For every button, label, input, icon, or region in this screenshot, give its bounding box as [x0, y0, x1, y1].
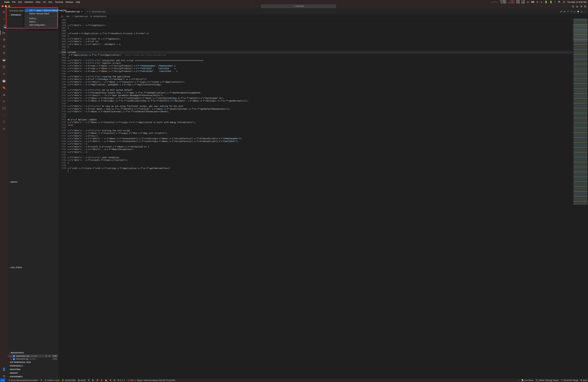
config-option-node[interactable]: Node.js...: [25, 17, 58, 20]
battery1-icon[interactable]: 🔋: [545, 1, 547, 3]
window-minimize-button[interactable]: [5, 5, 7, 7]
debug-config[interactable]: 🐞C/C++: clang++ build and debug FreeCAD …: [127, 379, 175, 381]
app-name[interactable]: Code: [4, 1, 10, 3]
breakpoint-checkbox[interactable]: [13, 358, 15, 360]
remote-indicator[interactable]: ⟷: [0, 378, 5, 382]
record-icon[interactable]: ⊙: [541, 1, 543, 3]
esp-action-2[interactable]: 🗑: [92, 379, 94, 381]
section-breakpoints[interactable]: ⌄BREAKPOINTS: [8, 351, 59, 355]
live-status[interactable]: ⊘Unable to scan: [44, 379, 60, 381]
esp-target[interactable]: ▤esp32: [78, 379, 85, 381]
minimap[interactable]: [573, 18, 588, 378]
config-option-selected[interactable]: C/C++: clang++ build and debug FreeCAD: [25, 9, 58, 12]
menu-help[interactable]: Help: [76, 1, 80, 3]
esp-action-1[interactable]: ⚙: [88, 379, 90, 381]
window-zoom-button[interactable]: [8, 5, 10, 7]
gitlab-icon[interactable]: ⬡: [2, 120, 6, 124]
close-tab-icon[interactable]: ✕: [81, 10, 83, 13]
breakpoint-row[interactable]: Document.cpp src/Gui 1376: [8, 358, 59, 361]
menu-selection[interactable]: Selection: [24, 1, 33, 3]
esp-action-7[interactable]: ⊞: [114, 379, 115, 381]
cmake-kit[interactable]: 🔨[FreeCAD Clang]: [561, 379, 578, 381]
esp-action-6[interactable]: 🖥: [109, 379, 111, 381]
run-file-icon[interactable]: ▷: [574, 10, 576, 13]
kubernetes-icon[interactable]: ⎈: [2, 72, 6, 76]
remote-explorer-icon[interactable]: 🖥: [2, 37, 6, 42]
nav-back-icon[interactable]: ←: [252, 5, 254, 7]
layout-panel-right-icon[interactable]: ◨: [580, 5, 583, 7]
add-configuration[interactable]: Add Configuration...: [25, 23, 58, 27]
dots-icon[interactable]: ⋯: [2, 113, 6, 117]
section-esp[interactable]: ›ESP PERIPHERAL VIEW: [8, 361, 59, 364]
spotlight-icon[interactable]: 🔍: [558, 1, 561, 3]
settings-gear-icon[interactable]: ⚙: [2, 374, 6, 378]
config-option-python[interactable]: Python...: [25, 20, 58, 23]
compare-icon[interactable]: ⇄: [560, 10, 562, 13]
git-branch[interactable]: ⎇personal/joursland/macos-build*+: [8, 379, 38, 381]
accounts-icon[interactable]: 👤: [2, 367, 6, 372]
cloud-icon[interactable]: ☁: [2, 92, 6, 97]
testing-icon[interactable]: ⚗: [2, 51, 6, 56]
layout-panel-left-icon[interactable]: ◧: [572, 5, 575, 7]
menubar-clock[interactable]: Tue Mar 21 8:08 AM: [567, 1, 586, 3]
problems[interactable]: ⊗0 ⚠1: [118, 379, 125, 381]
search-icon[interactable]: ⌕: [2, 17, 6, 21]
build-button[interactable]: ⚙Build: [580, 379, 587, 381]
do-not-disturb-icon[interactable]: ⊘: [527, 1, 529, 3]
circle-icon[interactable]: ◎: [2, 127, 6, 131]
section-registers[interactable]: ›REGISTERS: [8, 368, 59, 371]
breakpoint-checkbox[interactable]: [13, 355, 15, 357]
code-editor[interactable]: c-s">"dots">····c-f">logStatus(); } c-k"…: [68, 18, 573, 378]
menu-go[interactable]: Go: [43, 1, 46, 3]
section-callstack[interactable]: ⌄CALL STACK: [8, 266, 59, 269]
config-option[interactable]: Python: Remote Attach: [25, 12, 58, 15]
extensions-icon[interactable]: ⊞: [2, 44, 6, 49]
nav-forward-icon[interactable]: →: [256, 5, 258, 7]
esp-action-4[interactable]: ★: [101, 379, 103, 381]
control-center-icon[interactable]: ☰: [563, 1, 565, 3]
robot-icon[interactable]: 🤖: [2, 78, 6, 83]
section-peripherals[interactable]: ›PERIPHERALS: [8, 364, 59, 368]
menu-edit[interactable]: Edit: [18, 1, 22, 3]
edit-breakpoint-icon[interactable]: ✎: [45, 355, 47, 357]
live-share[interactable]: 📡Live Share: [521, 379, 533, 381]
menu-terminal[interactable]: Terminal: [55, 1, 63, 3]
cmake-status[interactable]: 🔧CMake: [Debug]: Ready: [536, 379, 559, 381]
menu-window[interactable]: Window: [66, 1, 73, 3]
source-control-icon[interactable]: ⎇15: [2, 23, 6, 28]
bookmark-icon[interactable]: 🔖: [2, 85, 6, 90]
layout-customize-icon[interactable]: ▦: [584, 5, 586, 7]
sync-icon[interactable]: ⟳: [41, 379, 42, 381]
timemachine-icon[interactable]: ↻: [537, 1, 538, 3]
line-number-gutter[interactable]: 2684268526862687268826892690269126922693…: [59, 18, 68, 378]
window-close-button[interactable]: [2, 5, 4, 7]
step-out-icon[interactable]: ↶: [567, 10, 569, 13]
issues-icon[interactable]: ⓵: [2, 65, 6, 69]
section-memory[interactable]: ›MEMORY: [8, 371, 59, 375]
launch-config-dropdown[interactable]: C/C++: clang++ build and debug FreeCAD P…: [25, 8, 58, 27]
hex-icon[interactable]: ⬢: [577, 10, 579, 13]
nav-target-icon[interactable]: ⊕: [564, 10, 566, 13]
tab-document[interactable]: ● C Document.cpp: [85, 8, 108, 14]
layout-panel-bottom-icon[interactable]: ⬓: [576, 5, 579, 7]
esp-action-5[interactable]: 🔥: [105, 379, 107, 381]
minimap-viewport[interactable]: [573, 24, 588, 42]
home-icon[interactable]: ⌂: [518, 379, 519, 381]
keyboard-icon[interactable]: ⌨: [531, 1, 534, 3]
remove-breakpoint-icon[interactable]: ✕: [48, 355, 50, 357]
breakpoint-row[interactable]: Application.cpp src/App ✎✕ 2696: [8, 355, 59, 358]
menu-view[interactable]: View: [36, 1, 40, 3]
serial-port[interactable]: ⚡/dev/ttyUSB1: [62, 379, 76, 381]
api-icon[interactable]: API: [2, 106, 6, 110]
play-icon[interactable]: ⊳: [2, 99, 6, 104]
split-editor-icon[interactable]: ◫: [581, 10, 583, 13]
menu-file[interactable]: File: [12, 1, 16, 3]
command-center[interactable]: ⌕ FreeCAD: [261, 4, 336, 8]
menu-run[interactable]: Run: [48, 1, 52, 3]
breadcrumb[interactable]: src› App› C Application.cpp› ⊕ initAppli…: [59, 14, 588, 18]
battery2-icon[interactable]: 🔋: [550, 1, 552, 3]
docker-icon[interactable]: 🐳: [2, 58, 6, 63]
section-watch[interactable]: ⌄WATCH: [8, 180, 59, 184]
esp-action-3[interactable]: ⚡: [96, 379, 99, 381]
wifi-icon[interactable]: ⌔: [554, 1, 556, 3]
